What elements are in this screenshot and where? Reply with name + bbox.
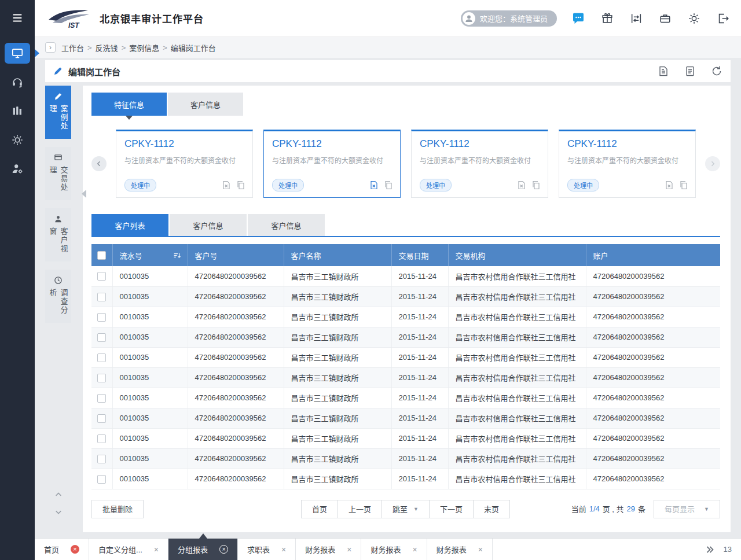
case-card[interactable]: CPKY-1112与注册资本严重不符的大额资金收付处理中 <box>263 130 401 198</box>
bottom-tab-1[interactable]: 首页× <box>35 539 89 560</box>
row-checkbox[interactable] <box>97 394 106 403</box>
table-row[interactable]: 001003547206480200039562昌吉市三工镇财政所2015-11… <box>91 286 720 307</box>
close-icon[interactable]: × <box>347 546 351 554</box>
pager-next-button[interactable]: 下一页 <box>429 500 474 518</box>
table-row[interactable]: 001003547206480200039562昌吉市三工镇财政所2015-11… <box>91 266 720 286</box>
breadcrumb-item[interactable]: 工作台 <box>61 42 84 53</box>
invalid-doc-icon[interactable] <box>517 180 526 190</box>
pager-first-button[interactable]: 首页 <box>301 500 338 518</box>
row-checkbox[interactable] <box>97 333 106 342</box>
settings-button[interactable] <box>687 11 702 26</box>
side-tab-4[interactable]: 调查分析 <box>45 270 71 323</box>
sidebar-item-settings[interactable] <box>5 130 30 150</box>
summary-mid: 页 , 共 <box>603 503 624 514</box>
close-icon[interactable]: × <box>478 546 483 554</box>
row-checkbox[interactable] <box>97 272 106 281</box>
close-icon[interactable]: × <box>154 546 159 554</box>
case-card[interactable]: CPKY-1112与注册资本严重不符的大额资金收付处理中 <box>411 130 548 198</box>
transfer-button[interactable] <box>629 11 644 26</box>
row-checkbox[interactable] <box>97 313 106 322</box>
scroll-up-button[interactable] <box>45 491 71 499</box>
close-icon[interactable]: × <box>71 545 79 554</box>
copy-doc-icon[interactable] <box>236 180 245 190</box>
user-menu[interactable]: 欢迎您：系统管理员 <box>461 10 557 27</box>
menu-button[interactable] <box>0 0 35 36</box>
sidebar-item-workspace[interactable] <box>5 43 30 64</box>
sidebar-item-library[interactable] <box>5 101 30 121</box>
scroll-down-button[interactable] <box>45 508 71 516</box>
mall-button[interactable] <box>600 11 615 26</box>
carousel-next-button[interactable] <box>705 156 720 171</box>
bottom-tab-6[interactable]: 财务报表× <box>361 539 427 560</box>
copy-doc-icon[interactable] <box>384 180 393 190</box>
pager-group: 首页上一页跳至▼下一页末页 <box>302 500 510 518</box>
collapse-panel-handle[interactable] <box>82 190 86 198</box>
bottom-tab-4[interactable]: 求职表× <box>238 539 296 560</box>
close-icon[interactable]: × <box>412 546 417 554</box>
pager-jump-button[interactable]: 跳至▼ <box>381 500 430 518</box>
invalid-doc-icon[interactable] <box>222 180 231 190</box>
sidebar-item-user-admin[interactable] <box>5 159 30 179</box>
table-row[interactable]: 001003547206480200039562昌吉市三工镇财政所2015-11… <box>91 448 720 469</box>
row-checkbox[interactable] <box>97 353 106 362</box>
bottom-tab-7[interactable]: 财务报表× <box>427 539 493 560</box>
close-icon[interactable]: × <box>219 545 228 554</box>
bottom-tab-strip: 首页×自定义分组...×分组报表×求职表×财务报表×财务报表×财务报表× <box>35 539 493 560</box>
tab-overflow-button[interactable] <box>705 545 714 554</box>
edit-doc-button[interactable] <box>658 65 669 77</box>
select-all-checkbox[interactable] <box>97 251 106 260</box>
side-tab-3[interactable]: 客户视窗 <box>45 208 71 261</box>
row-checkbox[interactable] <box>97 293 106 301</box>
grid-cell: 昌吉市农村信用合作联社三工信用社 <box>448 448 586 469</box>
grid-tab-2[interactable]: 客户信息 <box>170 214 247 236</box>
side-tab-2[interactable]: 交易处理 <box>45 147 71 200</box>
row-checkbox[interactable] <box>97 434 106 443</box>
table-row[interactable]: 001003547206480200039562昌吉市三工镇财政所2015-11… <box>91 307 720 327</box>
carousel-prev-button[interactable] <box>91 156 107 171</box>
copy-doc-icon[interactable] <box>531 180 541 190</box>
row-checkbox[interactable] <box>97 374 106 382</box>
case-card[interactable]: CPKY-1112与注册资本严重不符的大额资金收付处理中 <box>559 130 696 198</box>
bottom-tab-3[interactable]: 分组报表× <box>168 539 238 560</box>
report-button[interactable] <box>684 65 696 77</box>
grid-tab-1[interactable]: 客户列表 <box>91 214 168 236</box>
side-tab-label: 案例处理 <box>47 105 69 139</box>
breadcrumb-item[interactable]: 案例信息 <box>129 42 159 53</box>
breadcrumb-item[interactable]: 编辑岗工作台 <box>171 42 216 53</box>
table-row[interactable]: 001003547206480200039562昌吉市三工镇财政所2015-11… <box>91 327 720 347</box>
sort-icon[interactable] <box>173 252 181 259</box>
row-checkbox[interactable] <box>97 414 106 423</box>
side-tab-1[interactable]: 案例处理 <box>45 86 71 139</box>
logout-button[interactable] <box>716 11 731 26</box>
table-row[interactable]: 001003547206480200039562昌吉市三工镇财政所2015-11… <box>91 428 720 448</box>
invalid-doc-icon[interactable] <box>369 180 379 190</box>
row-checkbox[interactable] <box>97 455 106 463</box>
bottom-tab-5[interactable]: 财务报表× <box>296 539 361 560</box>
feature-tab-2[interactable]: 客户信息 <box>168 93 243 116</box>
table-row[interactable]: 001003547206480200039562昌吉市三工镇财政所2015-11… <box>91 347 720 367</box>
invalid-doc-icon[interactable] <box>665 180 674 190</box>
pager-prev-button[interactable]: 上一页 <box>338 500 382 518</box>
breadcrumb-item[interactable]: 反洗钱 <box>96 42 118 53</box>
status-badge: 处理中 <box>420 179 452 191</box>
page-size-select[interactable]: 每页显示 ▼ <box>654 500 720 518</box>
grid-cell: 昌吉市三工镇财政所 <box>284 286 391 307</box>
pager-last-button[interactable]: 末页 <box>473 500 510 518</box>
breadcrumb-toggle[interactable]: › <box>45 42 56 53</box>
sidebar-item-service[interactable] <box>5 72 30 93</box>
close-icon[interactable]: × <box>281 546 286 554</box>
table-row[interactable]: 001003547206480200039562昌吉市三工镇财政所2015-11… <box>91 408 720 428</box>
copy-doc-icon[interactable] <box>679 180 688 190</box>
table-row[interactable]: 001003547206480200039562昌吉市三工镇财政所2015-11… <box>91 469 720 489</box>
case-card[interactable]: CPKY-1112与注册资本严重不符的大额资金收付处理中 <box>116 130 253 198</box>
table-row[interactable]: 001003547206480200039562昌吉市三工镇财政所2015-11… <box>91 388 720 408</box>
row-checkbox[interactable] <box>97 475 106 484</box>
messages-button[interactable] <box>571 11 586 26</box>
reset-button[interactable] <box>711 65 722 77</box>
grid-tab-3[interactable]: 客户信息 <box>248 214 325 236</box>
bottom-tab-2[interactable]: 自定义分组...× <box>89 539 168 560</box>
table-row[interactable]: 001003547206480200039562昌吉市三工镇财政所2015-11… <box>91 367 720 388</box>
briefcase-button[interactable] <box>658 11 673 26</box>
batch-delete-button[interactable]: 批量删除 <box>91 500 144 518</box>
feature-tab-1[interactable]: 特征信息 <box>91 93 167 116</box>
